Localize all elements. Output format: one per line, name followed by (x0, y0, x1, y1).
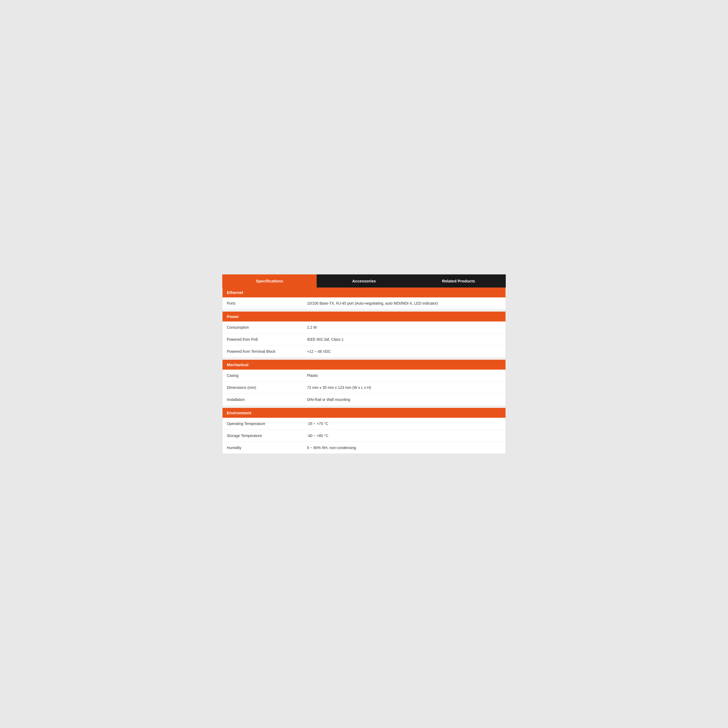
spec-label: Storage Temperature (223, 430, 303, 442)
section-title-mechanical: Mechanical (223, 360, 505, 370)
tab-accessories[interactable]: Accessories (317, 274, 411, 288)
spec-value: 10/100 Base-TX, RJ-45 port (Auto-negotia… (303, 297, 505, 309)
tab-specifications[interactable]: Specifications (222, 274, 317, 288)
spec-label: Ports (223, 297, 303, 309)
spec-value: IEEE 802.3af, Class 1 (303, 333, 505, 345)
tab-related-products[interactable]: Related Products (411, 274, 506, 288)
table-row: Powered from PoEIEEE 802.3af, Class 1 (223, 333, 505, 346)
section-spacer (223, 358, 505, 360)
spec-label: Humidity (223, 442, 303, 454)
spec-value: 2.2 W (303, 321, 505, 333)
table-row: Humidity5 ~ 90% RH, non-condensing (223, 442, 505, 454)
page-wrapper: Specifications Accessories Related Produ… (222, 274, 506, 454)
section-spacer (223, 309, 505, 312)
spec-value: DIN-Rail or Wall mounting (303, 394, 505, 405)
spec-value: 72 mm x 35 mm x 123 mm (W x L x H) (303, 382, 505, 393)
table-row: Ports10/100 Base-TX, RJ-45 port (Auto-ne… (223, 297, 505, 309)
section-spacer (223, 406, 505, 408)
spec-label: Casing (223, 370, 303, 381)
table-row: Operating Temperature-25 ~ +75 °C (223, 418, 505, 430)
specs-content: EthernetPorts10/100 Base-TX, RJ-45 port … (222, 288, 506, 454)
table-row: Storage Temperature-40 ~ +80 °C (223, 430, 505, 442)
table-row: Consumption2.2 W (223, 321, 505, 333)
spec-value: +12 ~ 48 VDC (303, 346, 505, 357)
spec-label: Dimensions (mm) (223, 382, 303, 393)
tabs-header: Specifications Accessories Related Produ… (222, 274, 506, 288)
spec-value: 5 ~ 90% RH, non-condensing (303, 442, 505, 454)
section-title-environment: Environment (223, 408, 505, 418)
table-row: InstallationDIN-Rail or Wall mounting (223, 394, 505, 406)
table-row: CasingPlastic (223, 370, 505, 382)
table-row: Powered from Terminal Block+12 ~ 48 VDC (223, 346, 505, 358)
spec-label: Powered from PoE (223, 333, 303, 345)
section-title-power: Power (223, 312, 505, 321)
spec-label: Powered from Terminal Block (223, 346, 303, 357)
table-row: Dimensions (mm)72 mm x 35 mm x 123 mm (W… (223, 382, 505, 394)
spec-value: Plastic (303, 370, 505, 381)
spec-label: Consumption (223, 321, 303, 333)
section-title-ethernet: Ethernet (223, 288, 505, 297)
spec-value: -40 ~ +80 °C (303, 430, 505, 442)
spec-label: Installation (223, 394, 303, 405)
spec-label: Operating Temperature (223, 418, 303, 430)
spec-value: -25 ~ +75 °C (303, 418, 505, 430)
